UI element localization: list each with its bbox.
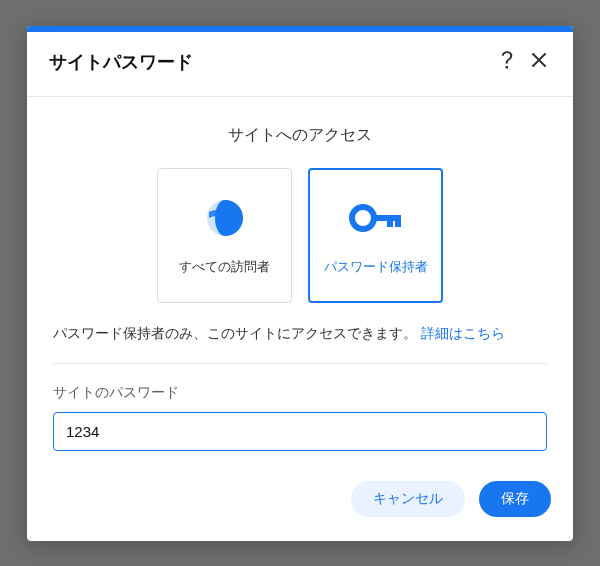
close-icon (532, 53, 546, 71)
password-input[interactable] (53, 412, 547, 451)
help-text-content: パスワード保持者のみ、このサイトにアクセスできます。 (53, 325, 417, 341)
learn-more-link[interactable]: 詳細はこちら (421, 325, 505, 341)
help-icon (500, 51, 514, 73)
key-icon (349, 194, 403, 242)
option-label: パスワード保持者 (324, 258, 428, 276)
svg-point-1 (352, 207, 374, 229)
dialog-title: サイトパスワード (49, 50, 487, 74)
section-heading: サイトへのアクセス (53, 125, 547, 146)
site-password-dialog: サイトパスワード サイトへのアクセス (27, 26, 573, 541)
dialog-header: サイトパスワード (27, 32, 573, 97)
option-all-visitors[interactable]: すべての訪問者 (157, 168, 292, 303)
help-button[interactable] (495, 50, 519, 74)
access-options: すべての訪問者 パスワード保持者 (53, 168, 547, 303)
option-label: すべての訪問者 (179, 258, 270, 276)
globe-icon (205, 194, 245, 242)
svg-rect-4 (395, 215, 401, 227)
help-text: パスワード保持者のみ、このサイトにアクセスできます。 詳細はこちら (53, 325, 547, 364)
svg-rect-3 (387, 215, 393, 227)
close-button[interactable] (527, 50, 551, 74)
cancel-button[interactable]: キャンセル (351, 481, 465, 517)
password-field: サイトのパスワード (53, 364, 547, 451)
option-password-holders[interactable]: パスワード保持者 (308, 168, 443, 303)
dialog-footer: キャンセル 保存 (27, 451, 573, 541)
password-field-label: サイトのパスワード (53, 384, 547, 402)
save-button[interactable]: 保存 (479, 481, 551, 517)
dialog-body: サイトへのアクセス すべての訪問者 (27, 97, 573, 451)
